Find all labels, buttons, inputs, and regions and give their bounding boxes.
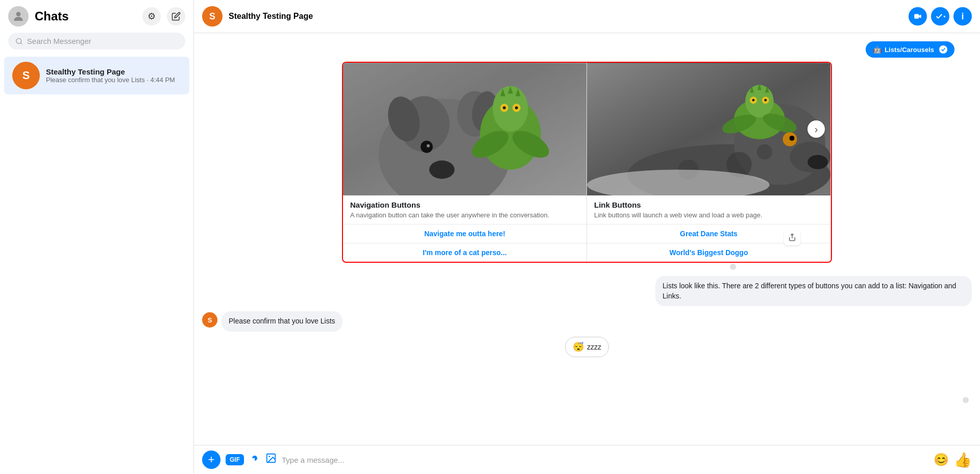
carousel-card-1: Navigation Buttons A navigation button c…: [343, 63, 587, 262]
carousel-card-2-image: [587, 63, 830, 195]
emoji-button[interactable]: 😊: [934, 453, 949, 467]
card-1-desc: A navigation button can take the user an…: [350, 211, 579, 219]
incoming-message-1: Please confirm that you love Lists: [222, 311, 342, 332]
svg-point-0: [16, 12, 21, 16]
lists-carousels-button[interactable]: 🤖 Lists/Carousels: [866, 41, 954, 58]
svg-point-1: [16, 38, 21, 43]
checkmark-button[interactable]: •: [931, 7, 949, 26]
add-button[interactable]: +: [202, 451, 220, 469]
sticker-button[interactable]: [249, 453, 260, 467]
chat-header: S Stealthy Testing Page • i: [194, 0, 980, 33]
edit-icon[interactable]: [167, 7, 185, 26]
user-avatar: [8, 6, 29, 27]
svg-point-47: [268, 456, 270, 457]
search-input[interactable]: [27, 37, 178, 45]
reaction-text: zzzz: [587, 343, 601, 351]
card-1-btn-2[interactable]: I'm more of a cat perso...: [343, 243, 586, 262]
photo-button[interactable]: [265, 453, 277, 467]
sidebar: Chats ⚙ S Stealthy Testing Page Please c…: [0, 0, 194, 474]
settings-icon[interactable]: ⚙: [142, 7, 161, 26]
like-button[interactable]: 👍: [954, 452, 972, 468]
chat-header-avatar: S: [202, 6, 223, 27]
card-1-btn-1[interactable]: Navigate me outta here!: [343, 224, 586, 243]
svg-point-10: [421, 141, 433, 153]
svg-point-11: [427, 144, 430, 147]
chat-header-name: Stealthy Testing Page: [229, 12, 902, 21]
card-2-desc: Link buttons will launch a web view and …: [594, 211, 823, 219]
chat-name: Stealthy Testing Page: [46, 67, 181, 76]
video-call-button[interactable]: [909, 7, 927, 26]
svg-point-29: [790, 136, 795, 141]
main-chat: S Stealthy Testing Page • i 🤖 Lists/Caro…: [194, 0, 980, 474]
scroll-indicator: [962, 396, 970, 404]
search-bar: [8, 33, 185, 49]
svg-point-9: [429, 161, 455, 179]
info-button[interactable]: i: [953, 7, 972, 26]
card-1-body: Navigation Buttons A navigation button c…: [343, 195, 586, 224]
card-2-body: Link Buttons Link buttons will launch a …: [587, 195, 830, 224]
sidebar-header: Chats ⚙: [0, 0, 193, 33]
carousel-card-2: Link Buttons Link buttons will launch a …: [587, 63, 831, 262]
outgoing-message-1: Lists look like this. There are 2 differ…: [655, 276, 972, 306]
incoming-message-row: S Please confirm that you love Lists: [202, 311, 972, 332]
svg-point-17: [515, 106, 518, 109]
message-input[interactable]: [282, 454, 928, 466]
svg-point-27: [807, 155, 828, 169]
gif-button[interactable]: GIF: [226, 454, 244, 465]
chat-avatar: S: [12, 62, 40, 89]
chat-preview: Please confirm that you love Lists · 4:4…: [46, 76, 181, 84]
reaction-bubble[interactable]: 😴 zzzz: [565, 337, 609, 357]
share-button[interactable]: [784, 231, 800, 245]
lists-carousels-check-icon: [939, 45, 947, 54]
carousel-next-button[interactable]: ›: [807, 120, 825, 138]
input-bar: + GIF 😊 👍: [194, 445, 980, 474]
card-2-title: Link Buttons: [594, 201, 823, 209]
carousel: Navigation Buttons A navigation button c…: [342, 62, 832, 263]
chat-list-item[interactable]: S Stealthy Testing Page Please confirm t…: [4, 57, 189, 94]
sidebar-title: Chats: [35, 9, 136, 23]
svg-point-37: [752, 99, 754, 102]
svg-point-32: [757, 144, 772, 160]
messages-area: 🤖 Lists/Carousels: [194, 33, 980, 445]
header-actions: • i: [909, 7, 972, 26]
carousel-card-1-image: [343, 63, 586, 195]
chat-info: Stealthy Testing Page Please confirm tha…: [46, 67, 181, 84]
svg-point-16: [503, 106, 506, 109]
card-1-title: Navigation Buttons: [350, 201, 579, 209]
reaction-dot-left: [729, 263, 737, 271]
svg-point-38: [764, 99, 767, 102]
search-icon: [15, 37, 23, 45]
incoming-avatar: S: [202, 312, 217, 328]
card-2-btn-2[interactable]: World's Biggest Doggo: [587, 243, 830, 262]
